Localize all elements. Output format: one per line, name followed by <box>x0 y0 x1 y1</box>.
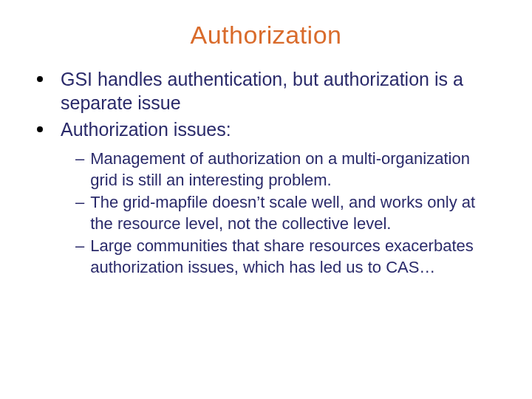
bullet-item: Authorization issues: <box>37 117 495 141</box>
sub-bullet-text: Management of authorization on a multi-o… <box>90 149 495 191</box>
bullet-text: Authorization issues: <box>61 117 231 141</box>
sub-bullet-item: – The grid-mapfile doesn’t scale well, a… <box>75 192 495 234</box>
sub-bullet-text: Large communities that share resources e… <box>90 236 495 278</box>
slide: Authorization GSI handles authentication… <box>0 0 532 399</box>
sub-bullet-text: The grid-mapfile doesn’t scale well, and… <box>90 192 495 234</box>
bullet-item: GSI handles authentication, but authoriz… <box>37 67 495 115</box>
dash-icon: – <box>75 236 84 278</box>
bullet-dot-icon <box>37 126 43 132</box>
bullet-dot-icon <box>37 76 43 82</box>
dash-icon: – <box>75 192 84 234</box>
sub-bullet-item: – Management of authorization on a multi… <box>75 149 495 191</box>
sub-bullet-item: – Large communities that share resources… <box>75 236 495 278</box>
dash-icon: – <box>75 149 84 191</box>
bullet-text: GSI handles authentication, but authoriz… <box>61 67 495 115</box>
sub-bullet-list: – Management of authorization on a multi… <box>75 149 495 279</box>
slide-title: Authorization <box>37 21 495 50</box>
